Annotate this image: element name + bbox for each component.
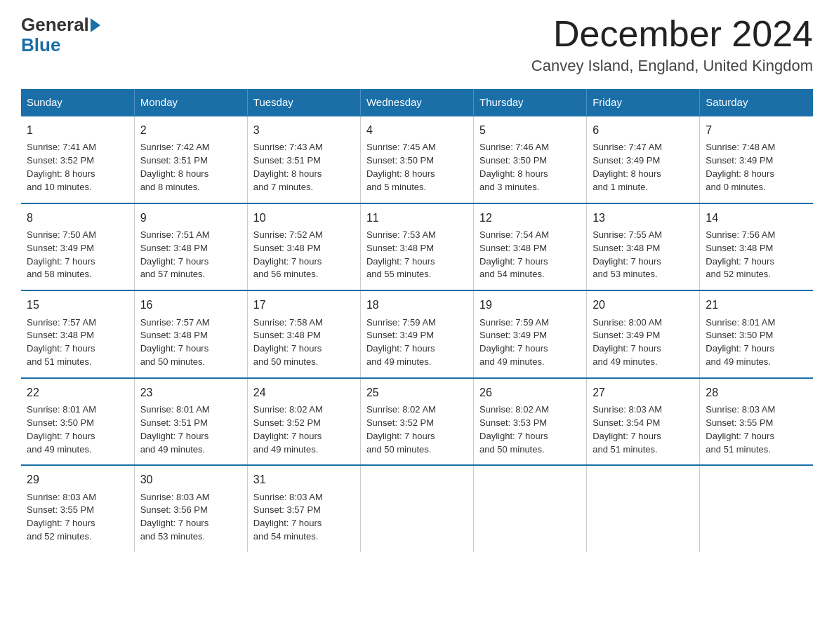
calendar-cell: 8Sunrise: 7:50 AMSunset: 3:49 PMDaylight… xyxy=(21,203,134,291)
day-number: 8 xyxy=(27,210,128,226)
day-number: 28 xyxy=(706,384,807,401)
day-number: 18 xyxy=(366,297,468,313)
calendar-cell xyxy=(700,465,813,552)
calendar-cell: 23Sunrise: 8:01 AMSunset: 3:51 PMDayligh… xyxy=(134,378,247,466)
calendar-cell xyxy=(360,465,473,552)
day-info: Sunrise: 7:59 AMSunset: 3:49 PMDaylight:… xyxy=(366,316,468,369)
day-number: 21 xyxy=(706,297,807,313)
week-row-2: 8Sunrise: 7:50 AMSunset: 3:49 PMDaylight… xyxy=(21,203,813,291)
day-info: Sunrise: 7:51 AMSunset: 3:48 PMDaylight:… xyxy=(140,229,241,281)
calendar-cell: 25Sunrise: 8:02 AMSunset: 3:52 PMDayligh… xyxy=(360,378,473,466)
week-row-3: 15Sunrise: 7:57 AMSunset: 3:48 PMDayligh… xyxy=(21,290,813,378)
calendar-cell: 22Sunrise: 8:01 AMSunset: 3:50 PMDayligh… xyxy=(21,378,134,466)
day-info: Sunrise: 8:00 AMSunset: 3:49 PMDaylight:… xyxy=(593,316,694,369)
calendar-cell: 30Sunrise: 8:03 AMSunset: 3:56 PMDayligh… xyxy=(134,465,247,552)
day-number: 9 xyxy=(140,210,241,226)
calendar-cell: 12Sunrise: 7:54 AMSunset: 3:48 PMDayligh… xyxy=(474,203,587,291)
day-number: 16 xyxy=(140,297,241,313)
calendar-cell: 14Sunrise: 7:56 AMSunset: 3:48 PMDayligh… xyxy=(700,203,813,291)
day-info: Sunrise: 7:53 AMSunset: 3:48 PMDaylight:… xyxy=(366,229,468,281)
column-header-monday: Monday xyxy=(134,89,247,116)
day-info: Sunrise: 7:57 AMSunset: 3:48 PMDaylight:… xyxy=(140,316,241,369)
day-number: 4 xyxy=(366,122,468,138)
day-number: 30 xyxy=(140,471,241,488)
day-info: Sunrise: 7:48 AMSunset: 3:49 PMDaylight:… xyxy=(706,141,807,194)
day-info: Sunrise: 7:50 AMSunset: 3:49 PMDaylight:… xyxy=(27,229,128,281)
column-header-friday: Friday xyxy=(587,89,700,116)
calendar-cell: 4Sunrise: 7:45 AMSunset: 3:50 PMDaylight… xyxy=(360,116,473,203)
column-header-saturday: Saturday xyxy=(700,89,813,116)
day-info: Sunrise: 8:02 AMSunset: 3:52 PMDaylight:… xyxy=(253,403,355,456)
day-info: Sunrise: 7:41 AMSunset: 3:52 PMDaylight:… xyxy=(27,141,128,194)
week-row-4: 22Sunrise: 8:01 AMSunset: 3:50 PMDayligh… xyxy=(21,378,813,466)
day-info: Sunrise: 7:54 AMSunset: 3:48 PMDaylight:… xyxy=(479,229,581,281)
calendar-cell: 27Sunrise: 8:03 AMSunset: 3:54 PMDayligh… xyxy=(587,378,700,466)
column-header-wednesday: Wednesday xyxy=(360,89,473,116)
day-info: Sunrise: 8:03 AMSunset: 3:55 PMDaylight:… xyxy=(706,403,807,456)
day-number: 17 xyxy=(253,297,355,313)
day-number: 13 xyxy=(593,210,694,226)
calendar-cell: 28Sunrise: 8:03 AMSunset: 3:55 PMDayligh… xyxy=(700,378,813,466)
day-info: Sunrise: 8:01 AMSunset: 3:50 PMDaylight:… xyxy=(706,316,807,369)
day-number: 23 xyxy=(140,384,241,401)
header-row: SundayMondayTuesdayWednesdayThursdayFrid… xyxy=(21,89,813,116)
calendar-cell: 21Sunrise: 8:01 AMSunset: 3:50 PMDayligh… xyxy=(700,290,813,378)
calendar-cell: 13Sunrise: 7:55 AMSunset: 3:48 PMDayligh… xyxy=(587,203,700,291)
day-number: 3 xyxy=(253,122,355,138)
day-number: 22 xyxy=(27,384,128,401)
calendar-cell: 3Sunrise: 7:43 AMSunset: 3:51 PMDaylight… xyxy=(247,116,360,203)
day-info: Sunrise: 8:02 AMSunset: 3:52 PMDaylight:… xyxy=(366,403,468,456)
day-number: 14 xyxy=(706,210,807,226)
calendar-cell: 24Sunrise: 8:02 AMSunset: 3:52 PMDayligh… xyxy=(247,378,360,466)
month-title: December 2024 xyxy=(531,14,813,54)
day-info: Sunrise: 7:55 AMSunset: 3:48 PMDaylight:… xyxy=(593,229,694,281)
calendar-cell: 7Sunrise: 7:48 AMSunset: 3:49 PMDaylight… xyxy=(700,116,813,203)
day-info: Sunrise: 8:03 AMSunset: 3:54 PMDaylight:… xyxy=(593,403,694,456)
day-number: 5 xyxy=(479,122,581,138)
logo: General Blue xyxy=(21,14,102,56)
day-info: Sunrise: 7:52 AMSunset: 3:48 PMDaylight:… xyxy=(253,229,355,281)
day-info: Sunrise: 8:01 AMSunset: 3:51 PMDaylight:… xyxy=(140,403,241,456)
calendar-table: SundayMondayTuesdayWednesdayThursdayFrid… xyxy=(21,89,813,552)
day-info: Sunrise: 7:57 AMSunset: 3:48 PMDaylight:… xyxy=(27,316,128,369)
week-row-1: 1Sunrise: 7:41 AMSunset: 3:52 PMDaylight… xyxy=(21,116,813,203)
day-info: Sunrise: 8:02 AMSunset: 3:53 PMDaylight:… xyxy=(479,403,581,456)
calendar-cell: 5Sunrise: 7:46 AMSunset: 3:50 PMDaylight… xyxy=(474,116,587,203)
column-header-sunday: Sunday xyxy=(21,89,134,116)
calendar-cell xyxy=(587,465,700,552)
day-number: 2 xyxy=(140,122,241,138)
calendar-cell: 16Sunrise: 7:57 AMSunset: 3:48 PMDayligh… xyxy=(134,290,247,378)
calendar-cell: 17Sunrise: 7:58 AMSunset: 3:48 PMDayligh… xyxy=(247,290,360,378)
day-number: 10 xyxy=(253,210,355,226)
calendar-cell: 29Sunrise: 8:03 AMSunset: 3:55 PMDayligh… xyxy=(21,465,134,552)
day-number: 20 xyxy=(593,297,694,313)
day-info: Sunrise: 7:43 AMSunset: 3:51 PMDaylight:… xyxy=(253,141,355,194)
day-number: 15 xyxy=(27,297,128,313)
day-info: Sunrise: 7:59 AMSunset: 3:49 PMDaylight:… xyxy=(479,316,581,369)
column-header-tuesday: Tuesday xyxy=(247,89,360,116)
day-number: 25 xyxy=(366,384,468,401)
day-info: Sunrise: 8:03 AMSunset: 3:55 PMDaylight:… xyxy=(27,491,128,544)
day-number: 7 xyxy=(706,122,807,138)
day-info: Sunrise: 8:03 AMSunset: 3:56 PMDaylight:… xyxy=(140,491,241,544)
logo-arrow-icon xyxy=(91,18,100,32)
calendar-cell: 1Sunrise: 7:41 AMSunset: 3:52 PMDaylight… xyxy=(21,116,134,203)
day-number: 12 xyxy=(479,210,581,226)
day-info: Sunrise: 7:47 AMSunset: 3:49 PMDaylight:… xyxy=(593,141,694,194)
day-number: 1 xyxy=(27,122,128,138)
day-number: 6 xyxy=(593,122,694,138)
day-info: Sunrise: 7:42 AMSunset: 3:51 PMDaylight:… xyxy=(140,141,241,194)
day-number: 11 xyxy=(366,210,468,226)
calendar-cell: 10Sunrise: 7:52 AMSunset: 3:48 PMDayligh… xyxy=(247,203,360,291)
calendar-cell: 11Sunrise: 7:53 AMSunset: 3:48 PMDayligh… xyxy=(360,203,473,291)
column-header-thursday: Thursday xyxy=(474,89,587,116)
day-info: Sunrise: 8:01 AMSunset: 3:50 PMDaylight:… xyxy=(27,403,128,456)
calendar-cell: 15Sunrise: 7:57 AMSunset: 3:48 PMDayligh… xyxy=(21,290,134,378)
calendar-cell: 2Sunrise: 7:42 AMSunset: 3:51 PMDaylight… xyxy=(134,116,247,203)
day-info: Sunrise: 7:58 AMSunset: 3:48 PMDaylight:… xyxy=(253,316,355,369)
calendar-cell: 26Sunrise: 8:02 AMSunset: 3:53 PMDayligh… xyxy=(474,378,587,466)
calendar-cell: 6Sunrise: 7:47 AMSunset: 3:49 PMDaylight… xyxy=(587,116,700,203)
day-number: 29 xyxy=(27,471,128,488)
calendar-cell xyxy=(474,465,587,552)
location: Canvey Island, England, United Kingdom xyxy=(531,57,813,75)
